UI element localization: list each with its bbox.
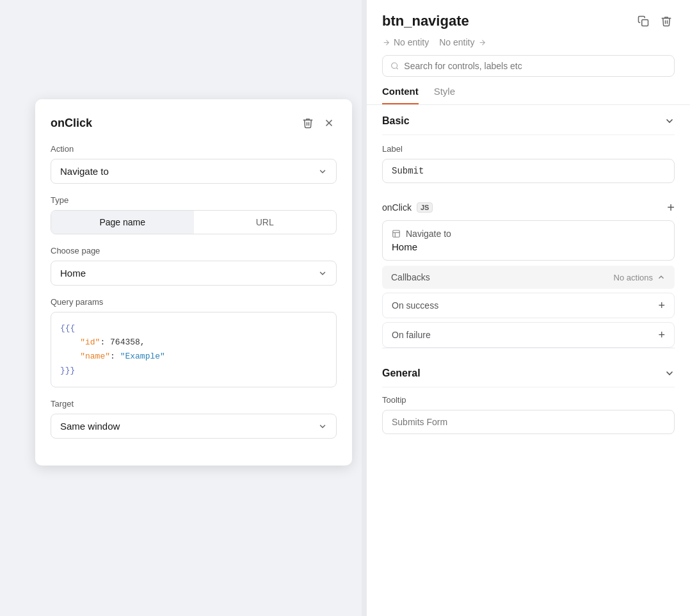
tooltip-input[interactable] [382, 410, 675, 434]
arrow-right-icon-2 [478, 38, 486, 47]
delete-button[interactable] [300, 115, 316, 131]
onclick-section: onClick JS + Navigate to Home [382, 192, 675, 348]
svg-point-5 [392, 63, 397, 69]
label-text: Label [382, 144, 675, 154]
tooltip-label: Tooltip [382, 395, 675, 405]
onclick-label-group: onClick JS [382, 202, 433, 213]
choose-page-value: Home [60, 268, 86, 279]
search-input[interactable] [404, 61, 666, 71]
callbacks-label: Callbacks [391, 272, 430, 282]
arrow-right-icon [382, 38, 390, 47]
code-line-4: }}} [60, 364, 327, 378]
type-label: Type [51, 195, 337, 205]
navigate-to-text: Navigate to [406, 229, 451, 239]
modal-header-actions [300, 115, 337, 131]
target-select[interactable]: Same window [51, 414, 337, 439]
code-line-2: "id": 764358, [60, 336, 327, 350]
left-panel: onClick [0, 0, 362, 616]
basic-section-header: Basic [382, 105, 675, 135]
target-field-group: Target Same window [51, 399, 337, 439]
code-line-3: "name": "Example" [60, 350, 327, 364]
component-name-row: btn_navigate [382, 13, 675, 29]
navigate-page: Home [392, 241, 665, 252]
chevron-down-icon [318, 422, 327, 431]
navigate-card[interactable]: Navigate to Home [382, 220, 675, 261]
type-field-group: Type Page name URL [51, 195, 337, 234]
tab-style[interactable]: Style [434, 86, 455, 104]
action-value: Navigate to [60, 166, 109, 177]
navigate-card-top: Navigate to [392, 229, 665, 239]
tab-content[interactable]: Content [382, 86, 419, 104]
no-actions-group: No actions [614, 273, 666, 282]
on-failure-label: On failure [392, 330, 431, 340]
chevron-down-icon [318, 269, 327, 278]
general-title: General [382, 368, 421, 379]
svg-rect-2 [642, 20, 648, 26]
tooltip-group: Tooltip [382, 395, 675, 434]
entity-row: No entity No entity [382, 37, 675, 47]
collapse-icon[interactable] [657, 273, 666, 282]
page-name-button[interactable]: Page name [51, 211, 194, 234]
choose-page-label: Choose page [51, 246, 337, 255]
on-success-label: On success [392, 300, 438, 311]
svg-line-6 [396, 68, 397, 69]
url-button[interactable]: URL [194, 211, 337, 234]
target-label: Target [51, 399, 337, 409]
label-section: Label [382, 135, 675, 192]
component-name: btn_navigate [382, 13, 469, 29]
callbacks-section: Callbacks No actions On success + On fai… [382, 266, 675, 348]
search-icon [390, 61, 399, 70]
chevron-down-icon [318, 167, 327, 176]
onclick-header: onClick JS + [382, 201, 675, 214]
delete-icon-button[interactable] [658, 13, 675, 29]
panel-divider [362, 0, 367, 616]
query-params-field-group: Query params {{{ "id": 764358, "name": "… [51, 297, 337, 387]
add-on-failure-button[interactable]: + [658, 329, 665, 341]
onclick-label: onClick [382, 202, 412, 213]
copy-icon-button[interactable] [635, 13, 652, 29]
basic-title: Basic [382, 115, 410, 127]
general-section-header: General [382, 357, 675, 387]
add-on-success-button[interactable]: + [658, 300, 665, 311]
modal-header: onClick [51, 115, 337, 131]
header-icon-group [635, 13, 675, 29]
action-label: Action [51, 144, 337, 154]
target-value: Same window [60, 421, 120, 432]
right-panel: btn_navigate [367, 0, 690, 616]
entity-left-label: No entity [394, 37, 429, 47]
right-header: btn_navigate [367, 0, 690, 105]
js-badge: JS [417, 202, 433, 213]
entity-left: No entity [382, 37, 429, 47]
modal-title: onClick [51, 117, 92, 130]
choose-page-field-group: Choose page Home [51, 246, 337, 286]
query-params-box[interactable]: {{{ "id": 764358, "name": "Example" }}} [51, 312, 337, 387]
svg-rect-7 [393, 231, 400, 238]
general-section: General Tooltip [382, 348, 675, 443]
search-bar[interactable] [382, 55, 675, 77]
query-params-label: Query params [51, 297, 337, 307]
on-failure-item[interactable]: On failure + [382, 322, 675, 348]
onclick-modal: onClick [35, 99, 352, 466]
code-line-1: {{{ [60, 321, 327, 336]
close-button[interactable] [321, 115, 337, 131]
no-actions-label: No actions [614, 273, 653, 282]
entity-right-label: No entity [439, 37, 474, 47]
label-input[interactable] [382, 159, 675, 183]
page-icon [392, 229, 401, 238]
chevron-down-icon[interactable] [664, 116, 675, 126]
right-content: Basic Label onClick JS + [367, 105, 690, 443]
entity-right: No entity [439, 37, 486, 47]
choose-page-select[interactable]: Home [51, 261, 337, 286]
action-field-group: Action Navigate to [51, 144, 337, 184]
action-select[interactable]: Navigate to [51, 159, 337, 184]
tabs-row: Content Style [382, 86, 675, 104]
chevron-down-icon-2[interactable] [664, 368, 675, 378]
type-toggle: Page name URL [51, 210, 337, 234]
on-success-item[interactable]: On success + [382, 293, 675, 318]
add-action-button[interactable]: + [667, 201, 675, 214]
callbacks-header[interactable]: Callbacks No actions [382, 266, 675, 289]
